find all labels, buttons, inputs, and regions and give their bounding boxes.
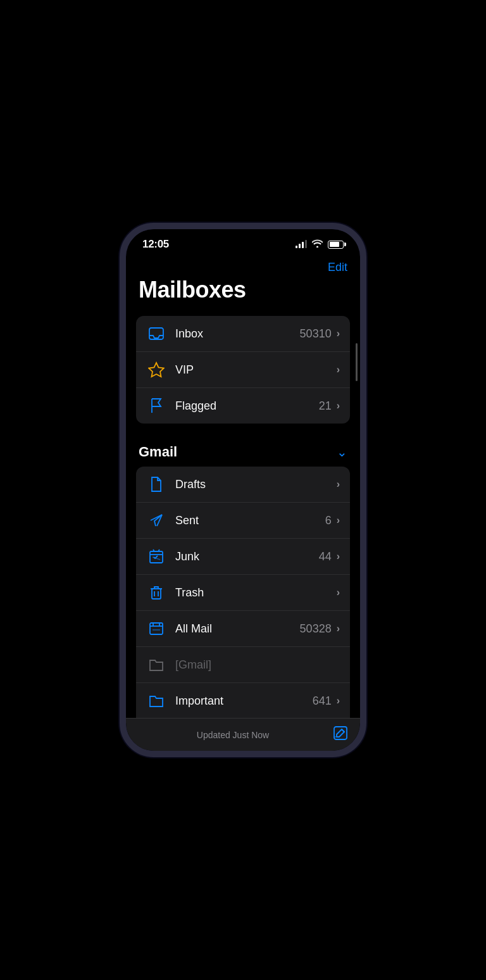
drafts-icon <box>146 474 166 494</box>
junk-label: Junk <box>175 550 319 563</box>
flagged-chevron: › <box>337 400 340 411</box>
update-status: Updated Just Now <box>139 730 327 740</box>
inbox-label: Inbox <box>175 327 300 341</box>
allmail-chevron: › <box>337 623 340 634</box>
page-title: Mailboxes <box>126 277 360 316</box>
trash-row[interactable]: Trash › <box>136 575 350 611</box>
icloud-mailbox-group: Inbox 50310 › VIP › <box>136 316 350 424</box>
vip-icon <box>146 360 166 380</box>
drafts-row[interactable]: Drafts › <box>136 467 350 503</box>
svg-rect-12 <box>150 623 163 634</box>
sent-count: 6 <box>325 514 332 527</box>
allmail-label: All Mail <box>175 622 300 636</box>
junk-chevron: › <box>337 551 340 562</box>
sent-icon <box>146 510 166 531</box>
sent-label: Sent <box>175 514 325 527</box>
inbox-count: 50310 <box>300 327 332 341</box>
junk-count: 44 <box>319 550 332 563</box>
svg-rect-9 <box>152 589 161 599</box>
compose-button[interactable] <box>333 726 347 743</box>
header: Edit <box>126 256 360 277</box>
trash-icon <box>146 582 166 603</box>
important-label: Important <box>175 694 313 708</box>
gmail-section-header[interactable]: Gmail ⌄ <box>126 439 360 467</box>
inbox-icon <box>146 324 166 344</box>
trash-label: Trash <box>175 586 332 600</box>
scroll-track <box>356 343 358 381</box>
gmail-folder-row[interactable]: [Gmail] <box>136 647 350 683</box>
important-icon <box>146 691 166 711</box>
flagged-count: 21 <box>319 399 332 413</box>
vip-row[interactable]: VIP › <box>136 352 350 388</box>
junk-row[interactable]: Junk 44 › <box>136 539 350 575</box>
gmail-collapse-icon[interactable]: ⌄ <box>337 444 347 460</box>
allmail-count: 50328 <box>300 622 332 636</box>
drafts-label: Drafts <box>175 478 332 491</box>
wifi-icon <box>312 239 323 249</box>
drafts-chevron: › <box>337 479 340 490</box>
gmail-section-title: Gmail <box>139 444 177 460</box>
allmail-icon <box>146 619 166 639</box>
allmail-row[interactable]: All Mail 50328 › <box>136 611 350 647</box>
signal-icon <box>296 241 307 248</box>
status-icons <box>296 239 344 249</box>
status-time: 12:05 <box>142 238 169 251</box>
important-row[interactable]: Important 641 › <box>136 683 350 719</box>
junk-icon <box>146 546 166 567</box>
gmail-folder-icon <box>146 655 166 675</box>
bottom-toolbar: Updated Just Now <box>126 718 360 751</box>
notch <box>203 229 283 251</box>
edit-button[interactable]: Edit <box>328 261 347 274</box>
vip-chevron: › <box>337 364 340 375</box>
flagged-label: Flagged <box>175 399 319 413</box>
gmail-mailbox-group: Drafts › Sent 6 › <box>136 467 350 751</box>
sent-row[interactable]: Sent 6 › <box>136 503 350 539</box>
important-count: 641 <box>313 694 332 708</box>
svg-marker-1 <box>149 363 164 377</box>
flagged-icon <box>146 396 166 416</box>
inbox-row[interactable]: Inbox 50310 › <box>136 316 350 352</box>
content-area[interactable]: Edit Mailboxes Inbox 50310 › <box>126 256 360 751</box>
important-chevron: › <box>337 695 340 707</box>
gmail-folder-label: [Gmail] <box>175 658 340 672</box>
battery-icon <box>328 241 344 249</box>
trash-chevron: › <box>337 587 340 598</box>
flagged-row[interactable]: Flagged 21 › <box>136 388 350 424</box>
vip-label: VIP <box>175 363 332 377</box>
inbox-chevron: › <box>337 328 340 339</box>
sent-chevron: › <box>337 515 340 526</box>
